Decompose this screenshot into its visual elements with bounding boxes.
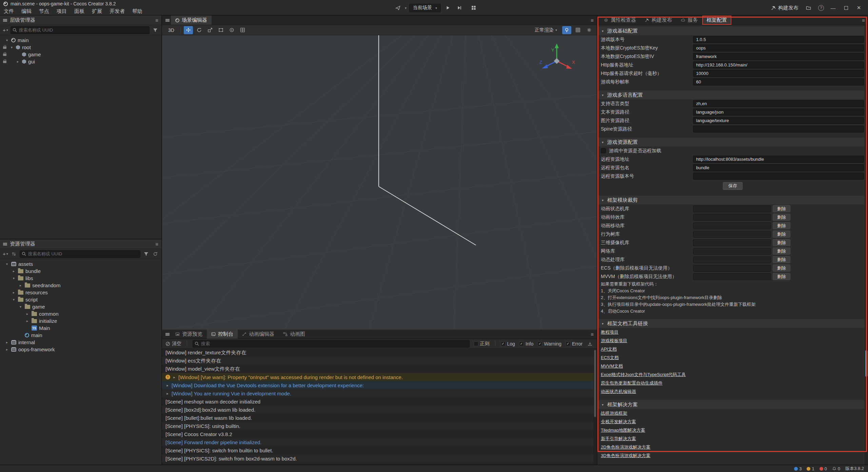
preview-scene-select[interactable]: 当前场景 ▾ [409, 4, 441, 12]
menu-edit[interactable]: 编辑 [18, 8, 35, 15]
chevron-right-icon[interactable]: ▸ [5, 348, 9, 351]
tree-node-game[interactable]: game [0, 51, 161, 58]
snap-grid-icon[interactable] [238, 26, 247, 34]
menu-help[interactable]: 帮助 [129, 8, 146, 15]
section-header[interactable]: ▾ 框架解决方案 [597, 400, 868, 409]
menu-node[interactable]: 节点 [35, 8, 53, 15]
clear-console-button[interactable]: 清空 [165, 341, 181, 347]
chevron-down-icon[interactable]: ▾ [12, 276, 16, 280]
chevron-down-icon[interactable]: ▾ [12, 298, 16, 301]
lock-icon[interactable] [3, 61, 6, 63]
panel-menu-icon[interactable]: ≡ [155, 241, 158, 247]
assets-search-input[interactable] [20, 250, 140, 258]
export-log-icon[interactable] [587, 339, 593, 348]
delete-module-button[interactable]: 删除 [773, 256, 790, 263]
spine-res-path-input[interactable] [693, 125, 864, 133]
link-hotupdate-plugin[interactable]: 原生包热更新配置自动生成插件 [601, 380, 663, 386]
scene-grid-icon[interactable] [573, 26, 583, 34]
log-row-warning[interactable]: ! ▸ [Window] [Vue warn]: Property "onInp… [162, 373, 597, 381]
delete-module-button[interactable]: 删除 [773, 205, 790, 212]
pivot-tool-icon[interactable] [227, 26, 236, 34]
rect-tool-icon[interactable] [216, 26, 225, 34]
link-excel-tool[interactable]: Excel格式转Json文件与TypeScript代码工具 [601, 372, 686, 378]
chevron-down-icon[interactable]: ▾ [5, 262, 9, 266]
asset-node-common[interactable]: ▸ common [0, 310, 161, 317]
link-fullstack-solution[interactable]: 全栈开发解决方案 [601, 419, 636, 425]
section-header[interactable]: ▾ 游戏多语言配置 [597, 91, 868, 99]
sort-icon[interactable] [11, 250, 17, 258]
tab-animation-editor[interactable]: 动画编辑器 [238, 330, 279, 339]
expand-icon[interactable]: ▸ [165, 383, 170, 387]
filter-warning-checkbox[interactable]: Warning [537, 341, 561, 347]
expand-icon[interactable]: ▸ [172, 375, 176, 379]
section-header[interactable]: ▾ 游戏基础配置 [597, 26, 868, 35]
inspector-scrollbar[interactable] [865, 25, 868, 465]
crypto-iv-input[interactable] [693, 53, 864, 60]
mode-3d-toggle[interactable]: 3D [165, 26, 177, 34]
remote-load-checkbox[interactable] [601, 148, 606, 153]
link-3drpg-solution[interactable]: 3D角色扮演游戏解决方案 [601, 453, 651, 459]
help-icon[interactable]: ? [818, 5, 824, 11]
log-row[interactable]: [Window] model_view文件夹存在 [162, 365, 597, 373]
chevron-down-icon[interactable]: ▾ [5, 38, 9, 42]
delete-module-button[interactable]: 删除 [773, 273, 790, 280]
regex-checkbox[interactable]: 正则 [474, 341, 490, 347]
play-button[interactable] [443, 4, 452, 12]
asset-node-main-scene[interactable]: main [0, 332, 161, 339]
asset-node-initialize[interactable]: ▸ initialize [0, 317, 161, 324]
log-row[interactable]: [Scene] [PHYSICS]: switch from builtin t… [162, 446, 597, 454]
asset-node-game[interactable]: ▾ game [0, 303, 161, 310]
asset-node-libs[interactable]: ▾ libs [0, 275, 161, 282]
lock-icon[interactable] [3, 54, 6, 56]
chevron-down-icon[interactable]: ▾ [9, 45, 14, 49]
add-asset-button[interactable]: +▾ [3, 251, 8, 257]
log-row-info[interactable]: ▸ [Window] Download the Vue Devtools ext… [162, 381, 597, 389]
remote-url-input[interactable] [693, 156, 864, 163]
tab-property-inspector[interactable]: 属性检查器 [599, 16, 640, 25]
http-timeout-input[interactable] [693, 70, 864, 77]
tree-node-gui[interactable]: ▸ gui [0, 58, 161, 65]
preview-target-icon[interactable] [393, 4, 402, 12]
info-count[interactable]: 3 [794, 466, 802, 471]
image-res-path-input[interactable] [693, 117, 864, 124]
asset-node-script[interactable]: ▾ script [0, 296, 161, 303]
link-template-project[interactable]: 游戏模板项目 [601, 338, 627, 344]
add-node-button[interactable]: +▾ [3, 27, 8, 33]
filter-icon[interactable] [152, 26, 159, 34]
preview-target-caret-icon[interactable]: ▾ [405, 6, 407, 10]
lock-icon[interactable] [3, 46, 6, 49]
log-row[interactable]: [Scene] [PHYSICS2D]: switch from box2d-w… [162, 454, 597, 463]
minimize-button[interactable]: — [829, 5, 837, 11]
chevron-right-icon[interactable]: ▸ [18, 283, 23, 287]
layout-grid-icon[interactable] [469, 4, 478, 12]
log-row-info[interactable]: ▸ [Window] You are running Vue in develo… [162, 389, 597, 397]
asset-node-internal[interactable]: ▸ internal [0, 339, 161, 346]
chevron-right-icon[interactable]: ▸ [12, 291, 16, 294]
rotate-tool-icon[interactable] [195, 26, 204, 34]
scale-tool-icon[interactable] [205, 26, 215, 34]
panel-menu-icon[interactable]: ≡ [155, 17, 158, 23]
folder-icon[interactable] [804, 4, 813, 12]
tab-animation-graph[interactable]: 动画图 [279, 330, 310, 339]
filter-info-checkbox[interactable]: Info [519, 341, 533, 347]
log-row[interactable]: [Scene] [box2d]:box2d wasm lib loaded. [162, 406, 597, 414]
scene-settings-gear-icon[interactable] [585, 26, 594, 34]
log-row-info[interactable]: [Scene] Forward render pipeline initiali… [162, 438, 597, 446]
section-header[interactable]: ▾ 框架文档工具链接 [597, 319, 868, 328]
asset-node-bundle[interactable]: ▸ bundle [0, 268, 161, 275]
render-mode-select[interactable]: 正常渲染 ▾ [532, 26, 560, 34]
log-row[interactable]: [Window] render_texture文件夹存在 [162, 349, 597, 357]
log-row[interactable]: [Scene] [bullet]:bullet wasm lib loaded. [162, 414, 597, 422]
tab-scene-editor[interactable]: 场景编辑器 [171, 16, 212, 25]
chevron-down-icon[interactable]: ▾ [18, 305, 23, 309]
asset-node-main-ts[interactable]: TS Main [0, 324, 161, 332]
filter-error-checkbox[interactable]: Error [566, 341, 583, 347]
menu-file[interactable]: 文件 [0, 8, 18, 15]
chevron-right-icon[interactable]: ▸ [5, 340, 9, 344]
tab-framework-config[interactable]: 框架配置 [702, 16, 731, 25]
build-publish-button[interactable]: 构建发布 [771, 5, 798, 11]
asset-node-resources[interactable]: ▸ resources [0, 289, 161, 296]
link-ecs-doc[interactable]: ECS文档 [601, 355, 619, 361]
menu-extension[interactable]: 扩展 [88, 8, 106, 15]
axis-gizmo[interactable]: Y X Z [538, 40, 576, 78]
